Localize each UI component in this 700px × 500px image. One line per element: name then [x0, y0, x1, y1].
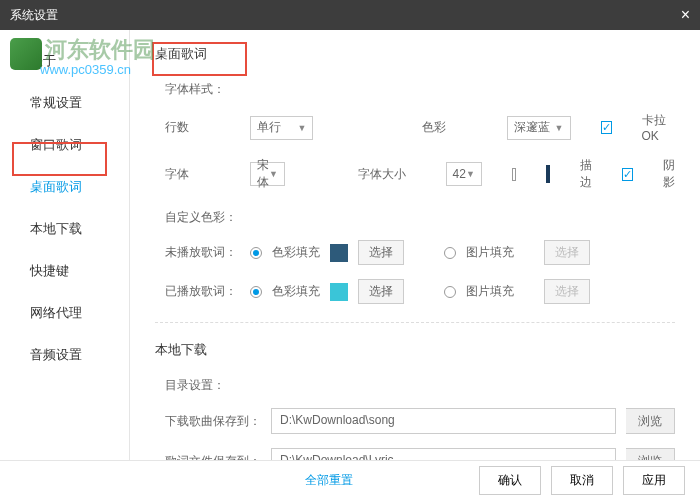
chevron-down-icon: ▼	[466, 169, 475, 179]
played-imagefill-radio[interactable]	[444, 286, 456, 298]
played-image-select-button[interactable]: 选择	[544, 279, 590, 304]
chevron-down-icon: ▼	[269, 169, 278, 179]
color-select[interactable]: 深邃蓝 ▼	[507, 116, 570, 140]
sidebar-item-hotkey[interactable]: 快捷键	[0, 250, 129, 292]
chevron-down-icon: ▼	[555, 123, 564, 133]
outline-checkbox[interactable]	[512, 168, 516, 181]
sidebar-item-desktop-lyric[interactable]: 桌面歌词	[0, 166, 129, 208]
fill-color-label: 色彩填充	[272, 244, 320, 261]
main-panel: 桌面歌词 字体样式： 行数 单行 ▼ 色彩 深邃蓝 ▼ 卡拉OK	[130, 30, 700, 460]
song-path-input[interactable]: D:\KwDownload\song	[271, 408, 616, 434]
fill-image-label: 图片填充	[466, 244, 514, 261]
sidebar-item-proxy[interactable]: 网络代理	[0, 292, 129, 334]
font-style-label: 字体样式：	[165, 81, 675, 98]
sidebar-item-window-lyric[interactable]: 窗口歌词	[0, 124, 129, 166]
sidebar: 关于 常规设置 窗口歌词 桌面歌词 本地下载 快捷键 网络代理 音频设置	[0, 30, 130, 460]
outline-label: 描边	[580, 157, 592, 191]
divider	[155, 322, 675, 323]
unplayed-swatch[interactable]	[330, 244, 348, 262]
sidebar-item-about[interactable]: 关于	[0, 40, 129, 82]
ok-button[interactable]: 确认	[479, 466, 541, 495]
unplayed-label: 未播放歌词：	[165, 244, 240, 261]
cancel-button[interactable]: 取消	[551, 466, 613, 495]
fill-color-label: 色彩填充	[272, 283, 320, 300]
shadow-checkbox[interactable]	[622, 168, 633, 181]
unplayed-imagefill-radio[interactable]	[444, 247, 456, 259]
section-title-download: 本地下载	[155, 341, 675, 359]
unplayed-color-select-button[interactable]: 选择	[358, 240, 404, 265]
lyric-browse-button[interactable]: 浏览	[626, 448, 675, 460]
color-label: 色彩	[422, 119, 477, 136]
fontsize-select[interactable]: 42 ▼	[446, 162, 482, 186]
font-select[interactable]: 宋体 ▼	[250, 162, 285, 186]
rows-select[interactable]: 单行 ▼	[250, 116, 313, 140]
fill-image-label: 图片填充	[466, 283, 514, 300]
shadow-label: 阴影	[663, 157, 675, 191]
titlebar: 系统设置 ×	[0, 0, 700, 30]
played-colorfill-radio[interactable]	[250, 286, 262, 298]
chevron-down-icon: ▼	[298, 123, 307, 133]
dialog-footer: 全部重置 确认 取消 应用	[0, 460, 700, 500]
sidebar-item-local-download[interactable]: 本地下载	[0, 208, 129, 250]
played-label: 已播放歌词：	[165, 283, 240, 300]
unplayed-image-select-button[interactable]: 选择	[544, 240, 590, 265]
song-path-label: 下载歌曲保存到：	[165, 413, 261, 430]
sidebar-item-audio[interactable]: 音频设置	[0, 334, 129, 376]
section-title-desktop-lyric: 桌面歌词	[155, 45, 675, 63]
lyric-path-input[interactable]: D:\KwDownload\Lyric	[271, 448, 616, 460]
unplayed-colorfill-radio[interactable]	[250, 247, 262, 259]
apply-button[interactable]: 应用	[623, 466, 685, 495]
played-color-select-button[interactable]: 选择	[358, 279, 404, 304]
karaoke-label: 卡拉OK	[642, 112, 676, 143]
reset-all-link[interactable]: 全部重置	[305, 472, 353, 489]
song-browse-button[interactable]: 浏览	[626, 408, 675, 434]
outline-swatch[interactable]	[546, 165, 550, 183]
custom-color-label: 自定义色彩：	[165, 209, 675, 226]
dialog-title: 系统设置	[10, 7, 58, 24]
played-swatch[interactable]	[330, 283, 348, 301]
karaoke-checkbox[interactable]	[601, 121, 612, 134]
rows-label: 行数	[165, 119, 220, 136]
dir-setting-label: 目录设置：	[165, 377, 675, 394]
fontsize-label: 字体大小	[358, 166, 416, 183]
lyric-path-label: 歌词文件保存到：	[165, 453, 261, 461]
sidebar-item-general[interactable]: 常规设置	[0, 82, 129, 124]
font-label: 字体	[165, 166, 220, 183]
close-icon[interactable]: ×	[681, 6, 690, 24]
